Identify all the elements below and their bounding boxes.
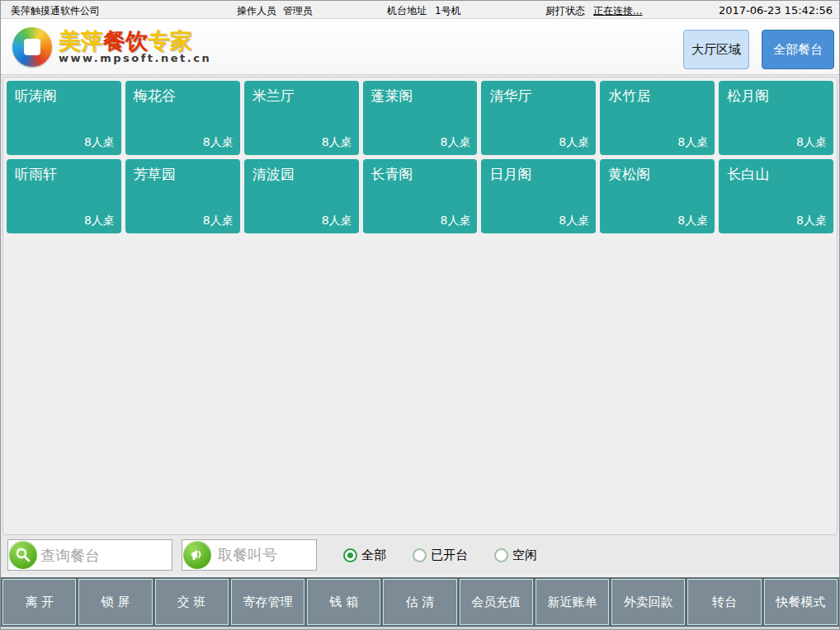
radio-icon	[494, 548, 508, 562]
table-card[interactable]: 清华厅 8人桌	[481, 81, 596, 155]
table-card[interactable]: 听雨轩 8人桌	[7, 159, 121, 233]
kitchen-print-status-link[interactable]: 正在连接...	[593, 4, 642, 18]
table-name: 听涛阁	[15, 87, 57, 106]
table-name: 清华厅	[489, 87, 531, 106]
table-name: 梅花谷	[134, 87, 176, 106]
toolbar-button[interactable]: 锁 屏	[78, 579, 152, 625]
tab-hall-area[interactable]: 大厅区域	[683, 30, 749, 69]
table-capacity: 8人桌	[796, 214, 827, 228]
brand-title-part2: 餐饮	[103, 28, 148, 54]
table-name: 黄松阁	[608, 165, 650, 184]
table-card[interactable]: 长青阁 8人桌	[363, 159, 478, 233]
table-name: 蓬莱阁	[371, 87, 413, 106]
table-name: 芳草园	[134, 165, 176, 184]
table-card[interactable]: 水竹居 8人桌	[600, 81, 715, 155]
filter-radio[interactable]: 已开台	[413, 548, 468, 563]
brand-swirl-icon	[12, 27, 52, 67]
brand-title-part1: 美萍	[59, 28, 103, 54]
table-card[interactable]: 长白山 8人桌	[719, 159, 833, 233]
brand-url: www.mpsoft.net.cn	[59, 53, 211, 64]
table-name: 水竹居	[608, 87, 650, 106]
toolbar-button[interactable]: 寄存管理	[231, 579, 304, 625]
table-name: 清波园	[252, 165, 295, 184]
table-capacity: 8人桌	[559, 214, 589, 228]
table-capacity: 8人桌	[84, 135, 115, 150]
pickup-call-label: 取餐叫号	[218, 545, 277, 565]
kitchen-print-status-label: 厨打状态	[545, 4, 585, 18]
table-name: 长青阁	[371, 165, 413, 184]
radio-label: 空闲	[512, 548, 537, 563]
table-capacity: 8人桌	[677, 214, 708, 228]
toolbar-button[interactable]: 钱 箱	[307, 579, 380, 625]
table-panel: 听涛阁 8人桌 梅花谷 8人桌 米兰厅 8人桌 蓬莱阁 8人桌 清华厅 8人桌 …	[2, 77, 838, 535]
table-capacity: 8人桌	[203, 214, 234, 228]
bottom-toolbar: 离 开锁 屏交 班寄存管理钱 箱估 清会员充值新近账单外卖回款转台快餐模式	[1, 575, 839, 629]
table-name: 松月阁	[727, 87, 769, 106]
table-card[interactable]: 芳草园 8人桌	[125, 159, 240, 233]
status-bar: 美萍触摸通软件公司 操作人员 管理员 机台地址 1号机 厨打状态 正在连接...…	[1, 1, 839, 19]
table-name: 长白山	[727, 165, 769, 184]
table-capacity: 8人桌	[322, 135, 352, 150]
table-capacity: 8人桌	[203, 135, 234, 150]
megaphone-icon	[183, 541, 211, 569]
radio-label: 全部	[361, 548, 386, 563]
toolbar-button[interactable]: 离 开	[2, 579, 76, 625]
operator-label: 操作人员	[237, 4, 276, 18]
table-capacity: 8人桌	[559, 135, 589, 150]
search-row: 取餐叫号 全部 已开台 空闲	[1, 535, 839, 575]
datetime: 2017-06-23 15:42:56	[719, 4, 833, 16]
radio-icon	[413, 548, 427, 562]
toolbar-button[interactable]: 新近账单	[536, 579, 609, 625]
table-card[interactable]: 黄松阁 8人桌	[600, 159, 715, 233]
table-capacity: 8人桌	[796, 135, 827, 150]
table-card[interactable]: 松月阁 8人桌	[719, 81, 833, 155]
table-name: 米兰厅	[252, 87, 295, 106]
table-card[interactable]: 清波园 8人桌	[244, 159, 359, 233]
header: 美萍餐饮专家 www.mpsoft.net.cn 大厅区域 全部餐台	[1, 19, 839, 75]
table-capacity: 8人桌	[441, 135, 471, 150]
radio-label: 已开台	[431, 548, 468, 563]
toolbar-button[interactable]: 转台	[687, 579, 761, 625]
search-icon[interactable]	[9, 541, 37, 569]
pickup-call-button[interactable]: 取餐叫号	[182, 539, 317, 571]
operator-value: 管理员	[283, 4, 313, 18]
table-filter-group: 全部 已开台 空闲	[343, 548, 537, 563]
area-tabs: 大厅区域 全部餐台	[683, 30, 834, 69]
terminal-label: 机台地址	[387, 4, 427, 18]
terminal-value: 1号机	[435, 4, 461, 18]
toolbar-button[interactable]: 交 班	[155, 579, 229, 625]
table-capacity: 8人桌	[677, 135, 708, 150]
table-capacity: 8人桌	[84, 214, 115, 228]
table-card[interactable]: 蓬莱阁 8人桌	[363, 81, 478, 155]
tab-all-tables[interactable]: 全部餐台	[762, 30, 834, 69]
table-name: 日月阁	[489, 165, 531, 184]
table-capacity: 8人桌	[441, 214, 471, 228]
table-card[interactable]: 听涛阁 8人桌	[7, 81, 121, 155]
filter-radio[interactable]: 全部	[343, 548, 386, 563]
radio-icon	[343, 548, 357, 562]
filter-radio[interactable]: 空闲	[494, 548, 537, 563]
table-card[interactable]: 梅花谷 8人桌	[125, 81, 240, 155]
table-name: 听雨轩	[15, 165, 57, 184]
toolbar-button[interactable]: 外卖回款	[611, 579, 685, 625]
table-search-box[interactable]	[7, 539, 172, 571]
brand-title: 美萍餐饮专家	[59, 30, 211, 53]
toolbar-button[interactable]: 估 清	[383, 579, 456, 625]
toolbar-button[interactable]: 会员充值	[460, 579, 533, 625]
table-grid: 听涛阁 8人桌 梅花谷 8人桌 米兰厅 8人桌 蓬莱阁 8人桌 清华厅 8人桌 …	[7, 81, 833, 233]
table-card[interactable]: 日月阁 8人桌	[481, 159, 596, 233]
company-name: 美萍触摸通软件公司	[11, 4, 100, 18]
brand-title-part3: 专家	[148, 28, 192, 54]
toolbar-button[interactable]: 快餐模式	[764, 579, 838, 625]
table-capacity: 8人桌	[322, 214, 352, 228]
brand-logo: 美萍餐饮专家 www.mpsoft.net.cn	[12, 27, 211, 67]
table-search-input[interactable]	[40, 547, 171, 564]
table-card[interactable]: 米兰厅 8人桌	[244, 81, 359, 155]
